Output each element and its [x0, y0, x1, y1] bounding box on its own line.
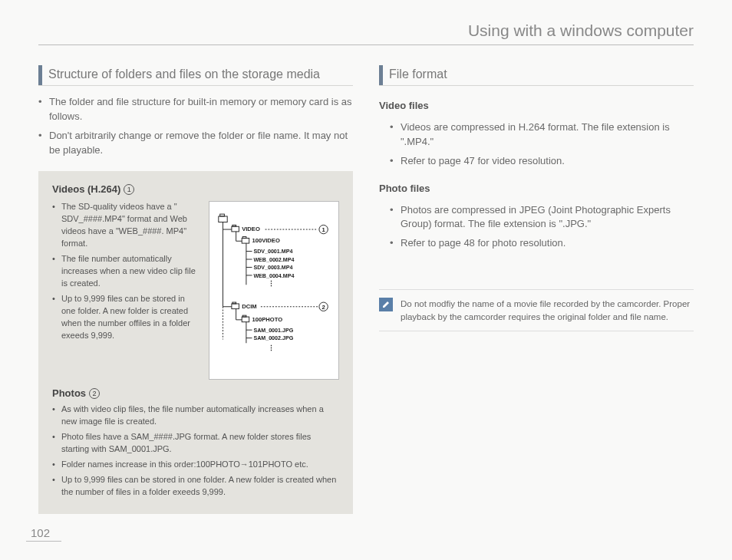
list-item: As with video clip files, the file numbe… — [52, 404, 339, 428]
svg-rect-12 — [242, 237, 246, 239]
list-item: Folder names increase in this order:100P… — [52, 459, 339, 471]
list-item: The file number automatically increases … — [52, 253, 199, 290]
svg-rect-26 — [242, 317, 249, 322]
photos-bullets: As with video clip files, the file numbe… — [52, 404, 339, 499]
circled-one-icon: 1 — [124, 184, 134, 195]
tree-file: WEB_0004.MP4 — [253, 273, 294, 279]
svg-rect-5 — [232, 227, 239, 232]
svg-rect-0 — [219, 216, 227, 222]
tree-file: SDV_0003.MP4 — [253, 265, 292, 272]
list-item: Videos are compressed in H.264 format. T… — [390, 120, 694, 150]
videos-heading: Videos (H.264) 1 — [52, 183, 339, 195]
svg-rect-20 — [232, 304, 239, 309]
page-number: 102 — [31, 526, 61, 542]
list-item: Photos are compressed in JPEG (Joint Pho… — [390, 203, 694, 232]
header-accent-bar — [38, 65, 42, 85]
videos-bullets: The SD-quality videos have a " SDV_####.… — [52, 201, 199, 380]
left-intro-list: The folder and file structure for built-… — [38, 95, 353, 157]
videos-heading-text: Videos (H.264) — [52, 183, 120, 195]
svg-text:⋮: ⋮ — [268, 344, 275, 352]
list-item: The SD-quality videos have a " SDV_####.… — [52, 201, 199, 250]
list-item: Refer to page 47 for video resolution. — [390, 154, 694, 169]
content-columns: Structure of folders and files on the st… — [38, 65, 694, 514]
tree-marker-2: 2 — [321, 304, 325, 311]
list-item: Refer to page 48 for photo resolution. — [390, 236, 694, 251]
header-accent-bar — [379, 65, 383, 85]
circled-two-icon: 2 — [89, 388, 100, 399]
svg-rect-11 — [242, 239, 249, 244]
tree-file: SAM_0001.JPG — [253, 328, 293, 334]
right-section-header: File format — [379, 65, 694, 86]
tree-file: SDV_0001.MP4 — [253, 249, 292, 255]
folder-tree-diagram: VIDEO 1 100VIDEO SDV — [209, 201, 339, 380]
left-column: Structure of folders and files on the st… — [38, 65, 353, 514]
tree-file: WEB_0002.MP4 — [253, 257, 294, 263]
page-title: Using with a windows computer — [38, 21, 694, 45]
photos-heading: Photos 2 — [52, 387, 339, 399]
right-section-title: File format — [389, 65, 447, 85]
svg-rect-1 — [220, 214, 225, 216]
tree-dcim: DCIM — [242, 303, 256, 310]
note-block: Do not modfiy the name of a movie file r… — [379, 289, 694, 331]
left-section-title: Structure of folders and files on the st… — [48, 65, 320, 85]
list-item: Up to 9,999 files can be stored in one f… — [52, 293, 199, 342]
photo-files-list: Photos are compressed in JPEG (Joint Pho… — [379, 203, 694, 252]
video-files-list: Videos are compressed in H.264 format. T… — [379, 120, 694, 169]
photo-files-heading: Photo files — [379, 183, 694, 194]
list-item: Up to 9,999 files can be stored in one f… — [52, 474, 339, 499]
svg-rect-27 — [242, 316, 246, 318]
tree-100photo: 100PHOTO — [252, 316, 283, 323]
list-item: Photo files have a SAM_####.JPG format. … — [52, 431, 339, 456]
video-files-heading: Video files — [379, 100, 694, 111]
tree-100video: 100VIDEO — [252, 238, 280, 245]
svg-rect-6 — [232, 226, 236, 227]
right-column: File format Video files Videos are compr… — [379, 65, 694, 514]
note-text: Do not modfiy the name of a movie file r… — [401, 298, 694, 323]
photos-heading-text: Photos — [52, 387, 86, 399]
gray-info-box: Videos (H.264) 1 The SD-quality videos h… — [38, 171, 353, 513]
tree-file: SAM_0002.JPG — [253, 336, 293, 342]
list-item: Don't arbitrarily change or remove the f… — [38, 129, 353, 158]
left-section-header: Structure of folders and files on the st… — [38, 65, 353, 86]
svg-rect-21 — [232, 302, 236, 304]
tree-video-label: VIDEO — [242, 226, 260, 232]
list-item: The folder and file structure for built-… — [38, 95, 353, 124]
svg-text:⋮: ⋮ — [268, 281, 275, 288]
tree-marker-1: 1 — [321, 226, 325, 233]
pencil-note-icon — [379, 298, 393, 311]
